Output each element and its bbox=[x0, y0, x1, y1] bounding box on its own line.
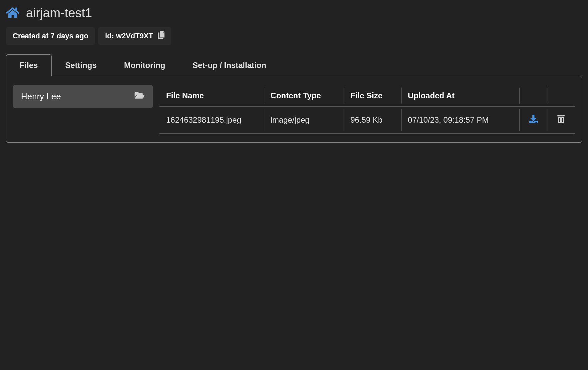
folder-item[interactable]: Henry Lee bbox=[13, 85, 153, 108]
page-title: airjam-test1 bbox=[26, 6, 92, 20]
header-delete bbox=[547, 85, 575, 107]
header-file-size: File Size bbox=[344, 85, 401, 107]
trash-icon[interactable] bbox=[557, 116, 565, 125]
tab-settings[interactable]: Settings bbox=[52, 54, 111, 76]
tab-files[interactable]: Files bbox=[6, 54, 52, 76]
id-badge: id: w2VdT9XT bbox=[98, 27, 171, 45]
created-at-label: Created at 7 days ago bbox=[13, 32, 88, 40]
meta-row: Created at 7 days ago id: w2VdT9XT bbox=[6, 27, 582, 45]
file-table: File Name Content Type File Size Uploade… bbox=[159, 85, 575, 134]
header-file-name: File Name bbox=[159, 85, 264, 107]
cell-uploaded-at: 07/10/23, 09:18:57 PM bbox=[401, 107, 519, 134]
table-header-row: File Name Content Type File Size Uploade… bbox=[159, 85, 575, 107]
tab-setup-label: Set-up / Installation bbox=[192, 61, 266, 70]
cell-delete bbox=[547, 107, 575, 134]
tab-monitoring-label: Monitoring bbox=[124, 61, 165, 70]
tab-monitoring[interactable]: Monitoring bbox=[110, 54, 179, 76]
id-label: id: w2VdT9XT bbox=[105, 32, 153, 40]
cell-download bbox=[519, 107, 547, 134]
download-icon[interactable] bbox=[529, 116, 538, 125]
tab-setup[interactable]: Set-up / Installation bbox=[179, 54, 280, 76]
table-row: 1624632981195.jpeg image/jpeg 96.59 Kb 0… bbox=[159, 107, 575, 134]
tabs: Files Settings Monitoring Set-up / Insta… bbox=[6, 54, 582, 76]
folder-sidebar: Henry Lee bbox=[13, 85, 153, 134]
cell-file-name: 1624632981195.jpeg bbox=[159, 107, 264, 134]
header-content-type: Content Type bbox=[264, 85, 344, 107]
cell-file-size: 96.59 Kb bbox=[344, 107, 401, 134]
cell-content-type: image/jpeg bbox=[264, 107, 344, 134]
header-download bbox=[519, 85, 547, 107]
copy-icon[interactable] bbox=[157, 31, 164, 41]
tab-settings-label: Settings bbox=[65, 61, 97, 70]
folder-name: Henry Lee bbox=[21, 91, 61, 102]
tab-files-label: Files bbox=[20, 61, 38, 70]
home-icon[interactable] bbox=[6, 7, 19, 20]
header-uploaded-at: Uploaded At bbox=[401, 85, 519, 107]
folder-open-icon bbox=[134, 91, 145, 102]
created-at-badge: Created at 7 days ago bbox=[6, 27, 95, 45]
tab-content: Henry Lee File Name Content Type File Si… bbox=[6, 76, 582, 143]
